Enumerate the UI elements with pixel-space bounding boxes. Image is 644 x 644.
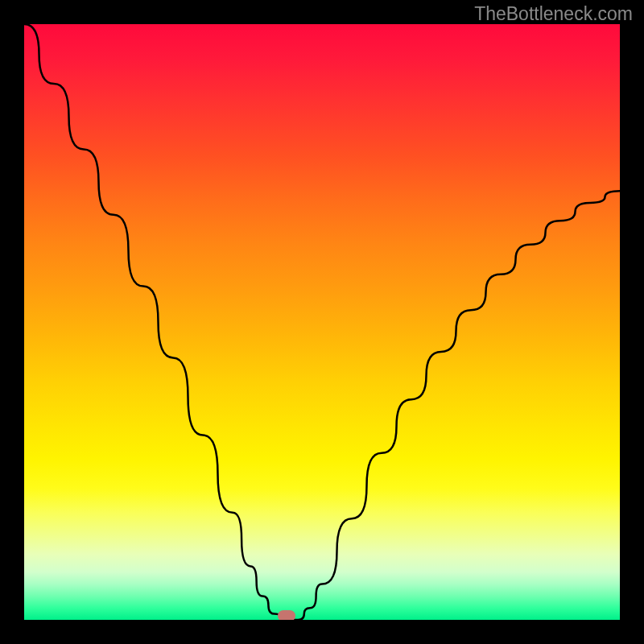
curve-svg — [24, 24, 620, 620]
minimum-marker — [278, 610, 295, 620]
bottleneck-curve-path — [24, 24, 620, 620]
plot-area — [24, 24, 620, 620]
chart-container: TheBottleneck.com — [0, 0, 644, 644]
watermark-text: TheBottleneck.com — [474, 3, 633, 25]
